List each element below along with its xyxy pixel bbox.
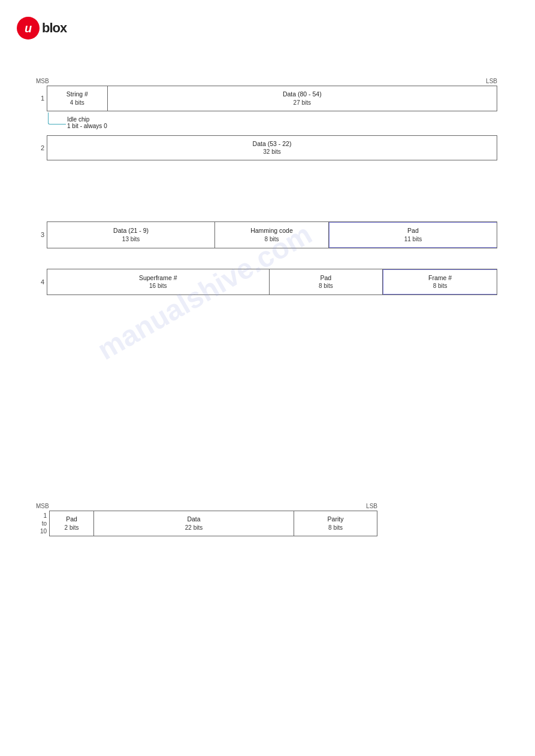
logo-u-symbol: u: [25, 22, 32, 35]
row-num-1: 1: [36, 95, 47, 102]
logo-icon: u: [17, 17, 40, 40]
row2-box-data: Data (53 - 22) 32 bits: [47, 136, 497, 160]
diagram1-row2: 2 Data (53 - 22) 32 bits: [36, 135, 497, 161]
row4-box-superframe: Superframe # 16 bits: [47, 269, 270, 295]
row4-box-frame: Frame # 8 bits: [383, 269, 497, 295]
lsb-label-1: LSB: [486, 78, 497, 84]
row-1to10-data: Data 22 bits: [94, 511, 294, 536]
diagram3-row: 1to10 Pad 2 bits Data 22 bits Parity 8 b…: [36, 511, 377, 536]
row1-box-data: Data (80 - 54) 27 bits: [108, 86, 497, 111]
row3-box-data: Data (21 - 9) 13 bits: [47, 222, 215, 248]
row-1to10-boxes: Pad 2 bits Data 22 bits Parity 8 bits: [49, 511, 377, 536]
diagram1-row1: 1 String # 4 bits Data (80 - 54) 27 bits: [36, 86, 497, 111]
row3-box-pad: Pad 11 bits: [329, 222, 497, 248]
diagram2-row4: 4 Superframe # 16 bits Pad 8 bits Frame …: [36, 269, 497, 296]
lsb-label-2: LSB: [366, 503, 377, 509]
row-num-4: 4: [36, 278, 47, 286]
row3-boxes: Data (21 - 9) 13 bits Hamming code 8 bit…: [47, 221, 497, 248]
row-num-2: 2: [36, 144, 47, 151]
msb-label-2: MSB: [36, 503, 49, 509]
msb-label-1: MSB: [36, 78, 49, 84]
row1-boxes: String # 4 bits Data (80 - 54) 27 bits: [47, 86, 497, 111]
row4-box-pad: Pad 8 bits: [270, 269, 383, 295]
row-1to10-parity: Parity 8 bits: [294, 511, 377, 536]
logo: u blox: [17, 17, 67, 40]
row3-box-hamming: Hamming code 8 bits: [215, 222, 329, 248]
diagram2-row3: 3 Data (21 - 9) 13 bits Hamming code 8 b…: [36, 221, 497, 248]
row-1to10-pad: Pad 2 bits: [50, 511, 94, 536]
row4-boxes: Superframe # 16 bits Pad 8 bits Frame # …: [47, 269, 497, 296]
logo-text: blox: [42, 20, 67, 36]
row1-box-string: String # 4 bits: [47, 86, 108, 111]
annotation-idle-chip-line1: Idle chip: [67, 116, 107, 123]
annotation-idle-chip-line2: 1 bit - always 0: [67, 123, 107, 129]
row2-boxes: Data (53 - 22) 32 bits: [47, 135, 497, 161]
row-num-1-10: 1to10: [36, 512, 49, 535]
row-num-3: 3: [36, 231, 47, 238]
